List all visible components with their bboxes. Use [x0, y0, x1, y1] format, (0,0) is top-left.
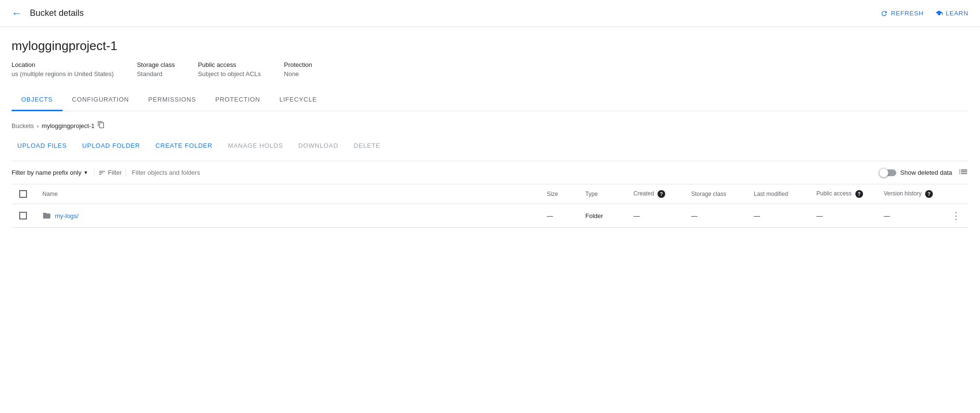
- th-size: Size: [539, 184, 578, 204]
- row-name-link[interactable]: my-logs/: [55, 212, 78, 219]
- storage-class-value: Standard: [137, 70, 175, 77]
- folder-icon: [42, 211, 51, 220]
- table-body: my-logs/ — Folder — — — — — ⋮: [12, 204, 968, 228]
- filter-prefix-label: Filter by name prefix only: [12, 169, 81, 176]
- filter-label: Filter: [108, 169, 122, 176]
- version-help-icon[interactable]: ?: [925, 190, 933, 198]
- storage-class-label: Storage class: [137, 61, 175, 68]
- filter-input[interactable]: [132, 169, 873, 176]
- th-version-history: Version history ?: [876, 184, 943, 204]
- th-name: Name: [35, 184, 539, 204]
- main-content: myloggingproject-1 Location us (multiple…: [0, 27, 980, 228]
- select-all-checkbox[interactable]: [19, 190, 27, 198]
- refresh-icon: [880, 10, 888, 17]
- back-button[interactable]: ←: [12, 7, 22, 20]
- action-bar: UPLOAD FILES UPLOAD FOLDER CREATE FOLDER…: [12, 138, 968, 153]
- row-storage-class: —: [683, 204, 746, 228]
- tabs: OBJECTS CONFIGURATION PERMISSIONS PROTEC…: [12, 89, 968, 111]
- row-size: —: [539, 204, 578, 228]
- filter-dropdown-icon: ▼: [83, 170, 88, 175]
- th-created: Created ?: [626, 184, 683, 204]
- learn-label: LEARN: [946, 10, 968, 17]
- th-storage-class: Storage class: [683, 184, 746, 204]
- show-deleted-toggle-wrapper: Show deleted data: [879, 168, 952, 178]
- row-checkbox[interactable]: [19, 212, 27, 219]
- protection-value: None: [284, 70, 312, 77]
- public-access-value: Subject to object ACLs: [198, 70, 261, 77]
- breadcrumb-chevron: ›: [37, 122, 39, 129]
- table-container: Name Size Type Created ? Storage class: [12, 184, 968, 228]
- row-version-history: —: [876, 204, 943, 228]
- row-public-access: —: [809, 204, 876, 228]
- row-more-button[interactable]: ⋮: [951, 210, 961, 221]
- filter-right: Show deleted data: [879, 166, 968, 179]
- learn-button[interactable]: LEARN: [935, 10, 968, 17]
- row-name-cell: my-logs/: [35, 204, 539, 228]
- th-checkbox: [12, 184, 35, 204]
- bucket-meta: Location us (multiple regions in United …: [12, 61, 968, 77]
- upload-files-button[interactable]: UPLOAD FILES: [12, 138, 73, 153]
- learn-icon: [935, 10, 943, 17]
- th-public-access: Public access ?: [809, 184, 876, 204]
- manage-holds-button[interactable]: MANAGE HOLDS: [222, 138, 289, 153]
- meta-location: Location us (multiple regions in United …: [12, 61, 114, 77]
- meta-public-access: Public access Subject to object ACLs: [198, 61, 261, 77]
- breadcrumb: Buckets › myloggingproject-1: [12, 121, 968, 130]
- row-last-modified: —: [746, 204, 809, 228]
- protection-label: Protection: [284, 61, 312, 68]
- th-type: Type: [578, 184, 626, 204]
- row-more-cell: ⋮: [943, 204, 968, 228]
- created-help-icon[interactable]: ?: [658, 190, 665, 198]
- filter-row: Filter by name prefix only ▼ Filter Show…: [12, 161, 968, 184]
- upload-folder-button[interactable]: UPLOAD FOLDER: [77, 138, 146, 153]
- row-type: Folder: [578, 204, 626, 228]
- tab-lifecycle[interactable]: LIFECYCLE: [270, 89, 326, 111]
- filter-prefix-button[interactable]: Filter by name prefix only ▼: [12, 169, 88, 176]
- breadcrumb-current: myloggingproject-1: [42, 122, 95, 129]
- refresh-label: REFRESH: [891, 10, 924, 17]
- filter-lines-icon: [98, 169, 106, 177]
- download-button[interactable]: DOWNLOAD: [293, 138, 344, 153]
- row-checkbox-cell: [12, 204, 35, 228]
- tab-protection[interactable]: PROTECTION: [206, 89, 270, 111]
- page-title: Bucket details: [30, 8, 84, 18]
- table-row: my-logs/ — Folder — — — — — ⋮: [12, 204, 968, 228]
- toggle-thumb: [879, 168, 889, 178]
- refresh-button[interactable]: REFRESH: [880, 10, 924, 17]
- show-deleted-label: Show deleted data: [900, 169, 952, 176]
- meta-storage-class: Storage class Standard: [137, 61, 175, 77]
- objects-table: Name Size Type Created ? Storage class: [12, 184, 968, 228]
- header: ← Bucket details REFRESH LEARN: [0, 0, 980, 27]
- th-last-modified: Last modified: [746, 184, 809, 204]
- bucket-name: myloggingproject-1: [12, 39, 968, 53]
- location-label: Location: [12, 61, 114, 68]
- public-access-label: Public access: [198, 61, 261, 68]
- copy-icon[interactable]: [97, 121, 105, 130]
- show-deleted-toggle[interactable]: [879, 168, 896, 178]
- meta-protection: Protection None: [284, 61, 312, 77]
- delete-button[interactable]: DELETE: [348, 138, 386, 153]
- breadcrumb-buckets[interactable]: Buckets: [12, 122, 34, 129]
- header-left: ← Bucket details: [12, 7, 880, 20]
- tab-objects[interactable]: OBJECTS: [12, 89, 63, 111]
- public-access-help-icon[interactable]: ?: [855, 190, 863, 198]
- tab-configuration[interactable]: CONFIGURATION: [63, 89, 139, 111]
- header-actions: REFRESH LEARN: [880, 10, 968, 17]
- filter-icon-wrapper: Filter: [94, 169, 126, 177]
- create-folder-button[interactable]: CREATE FOLDER: [150, 138, 219, 153]
- row-created: —: [626, 204, 683, 228]
- density-icon[interactable]: [958, 166, 968, 179]
- table-header: Name Size Type Created ? Storage class: [12, 184, 968, 204]
- th-more: [943, 184, 968, 204]
- location-value: us (multiple regions in United States): [12, 70, 114, 77]
- tab-permissions[interactable]: PERMISSIONS: [139, 89, 206, 111]
